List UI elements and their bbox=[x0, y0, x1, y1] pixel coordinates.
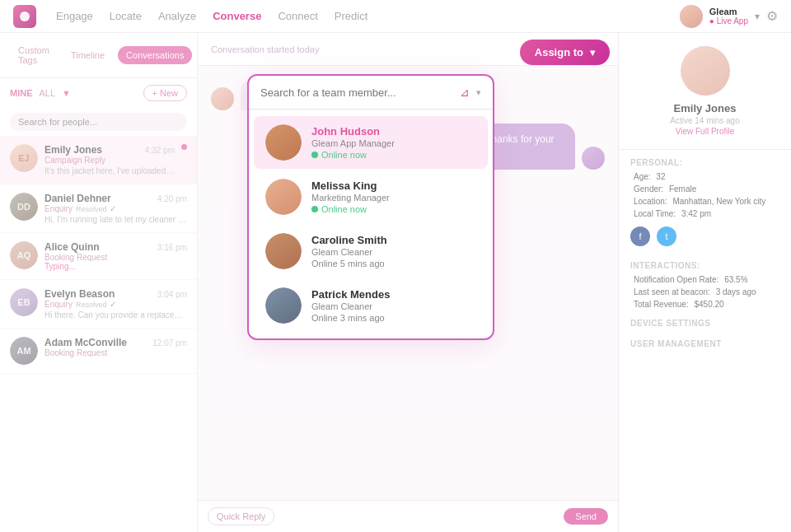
team-member-name: John Hudson bbox=[311, 125, 476, 138]
avatar: DD bbox=[10, 193, 38, 221]
location-value: Manhattan, New York city bbox=[672, 197, 765, 206]
user-management-link[interactable]: USER MANAGEMENT bbox=[619, 331, 791, 352]
conv-tag: Campaign Reply bbox=[44, 156, 175, 165]
beacon-label: Last seen at beacon: bbox=[634, 287, 710, 296]
profile-status: Active 14 mins ago bbox=[632, 116, 778, 125]
nav-chevron-icon[interactable]: ▾ bbox=[755, 11, 760, 22]
tab-conversations[interactable]: Conversations bbox=[118, 46, 192, 64]
revenue-value: $450.20 bbox=[695, 300, 724, 309]
nav-converse[interactable]: Converse bbox=[213, 10, 261, 22]
new-conversation-button[interactable]: + New bbox=[143, 85, 188, 101]
dropdown-chevron-icon[interactable]: ▾ bbox=[476, 87, 481, 98]
search-row bbox=[0, 108, 197, 136]
conv-status-row: Enquiry Resolved ✓ bbox=[44, 204, 187, 213]
nav-analyze[interactable]: Analyze bbox=[158, 10, 196, 22]
nav-engage[interactable]: Engage bbox=[56, 10, 93, 22]
list-item[interactable]: DD Daniel Dehner 4:20 pm Enquiry Resolve… bbox=[0, 184, 197, 233]
status-text: Online 3 mins ago bbox=[311, 313, 385, 323]
nav-predict[interactable]: Predict bbox=[335, 10, 367, 22]
tab-custom-tags[interactable]: Custom Tags bbox=[10, 41, 58, 69]
age-row: Age: 32 bbox=[619, 170, 791, 183]
typing-indicator: Typing... bbox=[44, 262, 187, 271]
team-member-item[interactable]: Melissa King Marketing Manager Online no… bbox=[254, 170, 488, 223]
assign-to-label: Assign to bbox=[535, 46, 583, 58]
gear-icon[interactable]: ⚙ bbox=[766, 8, 778, 24]
team-member-item[interactable]: Patrick Mendes Gleam Cleaner Online 3 mi… bbox=[254, 279, 488, 332]
conv-header: Daniel Dehner 4:20 pm bbox=[44, 193, 187, 204]
team-member-role: Gleam Cleaner bbox=[311, 301, 476, 311]
conv-preview: It's this jacket here, I've uploaded an … bbox=[44, 166, 175, 175]
team-member-item[interactable]: Caroline Smith Gleam Cleaner Online 5 mi… bbox=[254, 225, 488, 278]
team-search-input[interactable] bbox=[260, 86, 453, 99]
team-member-item[interactable]: John Hudson Gleam App Manager Online now bbox=[254, 116, 488, 169]
left-tabs: Custom Tags Timeline Conversations bbox=[0, 33, 197, 78]
list-item[interactable]: AQ Alice Quinn 3:16 pm Booking Request T… bbox=[0, 233, 197, 280]
send-button[interactable]: Send bbox=[564, 508, 608, 525]
nav-locate[interactable]: Locate bbox=[110, 10, 142, 22]
conv-time: 3:16 pm bbox=[157, 243, 187, 252]
conv-tag: Booking Request bbox=[44, 253, 187, 262]
team-member-status: Online 3 mins ago bbox=[311, 313, 476, 323]
team-member-info: Caroline Smith Gleam Cleaner Online 5 mi… bbox=[311, 234, 476, 268]
interactions-section-header: INTERACTIONS: bbox=[619, 253, 791, 273]
conv-time: 4:32 pm bbox=[145, 146, 175, 155]
team-member-name: Melissa King bbox=[311, 180, 476, 192]
list-item[interactable]: EJ Emily Jones 4:32 pm Campaign Reply It… bbox=[0, 136, 197, 184]
view-full-profile-link[interactable]: View Full Profile bbox=[632, 127, 778, 136]
location-label: Location: bbox=[634, 197, 667, 206]
beacon-row: Last seen at beacon: 3 days ago bbox=[619, 286, 791, 298]
filter-row: MINE ALL ▼ + New bbox=[0, 78, 197, 108]
conv-name: Evelyn Beason bbox=[44, 288, 115, 300]
filter-funnel-icon[interactable]: ⊿ bbox=[460, 86, 470, 99]
conv-preview: Hi, I'm running late to let my cleaner i… bbox=[44, 215, 187, 224]
chat-footer: Quick Reply Send bbox=[198, 500, 618, 532]
dropdown-card: ⊿ ▾ John Hudson Gleam App Manager Online… bbox=[247, 74, 494, 340]
profile-section: Emily Jones Active 14 mins ago View Full… bbox=[619, 33, 791, 150]
local-time-value: 3:42 pm bbox=[681, 209, 711, 218]
check-icon: ✓ bbox=[110, 204, 116, 213]
local-time-row: Local Time: 3:42 pm bbox=[619, 208, 791, 220]
avatar: EJ bbox=[10, 144, 38, 172]
tab-timeline[interactable]: Timeline bbox=[63, 46, 113, 64]
profile-avatar bbox=[681, 46, 730, 96]
conv-content: Adam McConville 12:07 pm Booking Request bbox=[44, 337, 187, 365]
list-item[interactable]: AM Adam McConville 12:07 pm Booking Requ… bbox=[0, 329, 197, 374]
resolved-badge: Resolved bbox=[76, 301, 107, 309]
filter-icon[interactable]: ▼ bbox=[62, 88, 71, 98]
search-people-input[interactable] bbox=[10, 113, 187, 131]
nav-connect[interactable]: Connect bbox=[278, 10, 317, 22]
team-member-status: Online 5 mins ago bbox=[311, 259, 476, 268]
facebook-button[interactable]: f bbox=[630, 226, 650, 246]
filter-all[interactable]: ALL bbox=[40, 88, 56, 98]
nav-avatar bbox=[680, 5, 703, 28]
profile-name: Emily Jones bbox=[632, 102, 778, 114]
team-member-info: Patrick Mendes Gleam Cleaner Online 3 mi… bbox=[311, 288, 476, 323]
personal-section-header: PERSONAL: bbox=[619, 150, 791, 170]
device-settings-link[interactable]: DEVICE SETTINGS bbox=[619, 310, 791, 331]
unread-dot bbox=[181, 144, 187, 150]
open-rate-value: 63.5% bbox=[724, 275, 747, 284]
conv-name: Emily Jones bbox=[44, 144, 102, 156]
avatar: AM bbox=[10, 337, 38, 365]
filter-mine[interactable]: MINE bbox=[10, 88, 33, 98]
status-text: Online now bbox=[321, 204, 367, 214]
assign-to-button[interactable]: Assign to ▾ bbox=[520, 40, 610, 65]
sender-avatar bbox=[211, 87, 234, 110]
list-item[interactable]: EB Evelyn Beason 3:04 pm Enquiry Resolve… bbox=[0, 280, 197, 329]
team-list: John Hudson Gleam App Manager Online now bbox=[249, 110, 493, 338]
open-rate-label: Notification Open Rate: bbox=[634, 275, 718, 284]
team-member-status: Online now bbox=[311, 150, 476, 160]
quick-reply-button[interactable]: Quick Reply bbox=[208, 507, 274, 525]
conv-tag: Enquiry bbox=[44, 300, 73, 309]
team-member-avatar bbox=[265, 287, 302, 324]
conv-content: Evelyn Beason 3:04 pm Enquiry Resolved ✓… bbox=[44, 288, 187, 320]
age-label: Age: bbox=[634, 172, 651, 181]
twitter-button[interactable]: t bbox=[657, 226, 676, 246]
conv-name: Alice Quinn bbox=[44, 241, 100, 253]
conv-tag: Booking Request bbox=[44, 348, 187, 357]
team-member-status: Online now bbox=[311, 204, 476, 214]
team-member-avatar bbox=[265, 124, 302, 161]
conv-name: Adam McConville bbox=[44, 337, 127, 348]
online-dot-icon bbox=[311, 152, 318, 158]
conv-status-row: Enquiry Resolved ✓ bbox=[44, 300, 187, 309]
